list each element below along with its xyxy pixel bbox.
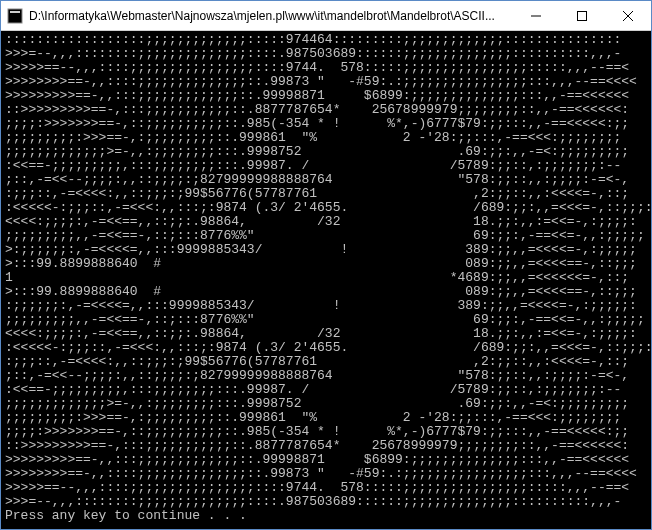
console-output[interactable]: ::::::::::::::::::;;;;;;;;;;;;;:::::9744… xyxy=(1,31,651,529)
window-title: D:\Informatyka\Webmaster\Najnowsza\mjele… xyxy=(29,9,513,23)
close-button[interactable] xyxy=(605,1,651,30)
window-controls xyxy=(513,1,651,30)
maximize-button[interactable] xyxy=(559,1,605,30)
app-icon xyxy=(7,8,23,24)
minimize-button[interactable] xyxy=(513,1,559,30)
application-window: D:\Informatyka\Webmaster\Najnowsza\mjele… xyxy=(0,0,652,530)
svg-rect-1 xyxy=(10,11,20,13)
titlebar[interactable]: D:\Informatyka\Webmaster\Najnowsza\mjele… xyxy=(1,1,651,31)
svg-rect-2 xyxy=(578,11,587,20)
